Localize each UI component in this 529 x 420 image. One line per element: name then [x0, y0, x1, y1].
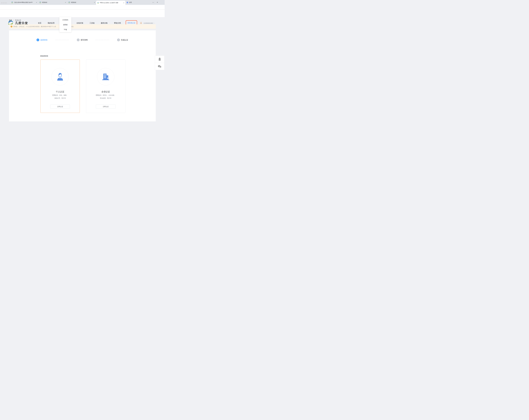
- chevron-down-icon: ▼: [154, 23, 155, 24]
- close-icon[interactable]: ×: [123, 2, 125, 4]
- tab-title: 苹果ios企业签名-企业账号-免费: [100, 2, 123, 4]
- site-favicon: [39, 1, 41, 3]
- window-zoom-button[interactable]: [5, 2, 7, 3]
- notification-bell-icon[interactable]: [140, 22, 142, 24]
- browser-window: 几度分发WAP网站封装打包APP × 智慧植保 × 智慧植保 × 苹果ios企业…: [0, 0, 165, 122]
- tab-title: 设置: [129, 1, 152, 3]
- enterprise-verification-card[interactable]: 企业认证 需要提供：联系人、企业名称、 营业执照、照片等 立即认证: [86, 60, 125, 113]
- verification-panel: [9, 30, 156, 122]
- tab-separator: [155, 1, 155, 3]
- dropdown-item-tf-sign[interactable]: TF签: [59, 27, 71, 32]
- tab-title: 几度分发WAP网站封装打包APP: [14, 1, 35, 3]
- step-fill-info: 2 填写资料: [77, 39, 88, 41]
- nav-item-online-packaging[interactable]: 在线封装: [77, 22, 83, 24]
- nav-item-help-docs[interactable]: 帮助文档: [114, 22, 121, 24]
- dropdown-item-enterprise-sign[interactable]: 企业签名: [59, 17, 71, 22]
- step-number-badge: 2: [77, 39, 79, 41]
- window-minimize-button[interactable]: [3, 2, 5, 3]
- person-icon-circle: [52, 68, 69, 85]
- step-label: 选择身份: [40, 39, 48, 41]
- choose-identity-label: 请选择身份: [40, 55, 48, 57]
- step-number-badge: 1: [37, 39, 39, 41]
- dropdown-item-super-sign[interactable]: 超级签: [59, 22, 71, 27]
- card-description: 需要提供：姓名、邮箱、 身份证号、照片等: [40, 94, 80, 100]
- close-icon[interactable]: ×: [65, 2, 66, 3]
- step-complete: 3 完成认证: [117, 39, 128, 41]
- card-title: 个人认证: [40, 90, 80, 93]
- nav-item-toolbox[interactable]: 工具箱: [90, 22, 94, 24]
- wechat-icon: [158, 64, 162, 69]
- card-desc-line1: 需要提供：联系人、企业名称、: [86, 94, 125, 97]
- breadcrumb-home-link[interactable]: 首页: [9, 19, 12, 21]
- tab-zhihui-zhibao-2[interactable]: 智慧植保 ×: [67, 0, 96, 5]
- wechat-contact-button[interactable]: [155, 63, 164, 70]
- gear-icon: [127, 1, 128, 3]
- close-icon[interactable]: ×: [36, 2, 37, 3]
- qq-contact-button[interactable]: [155, 55, 164, 63]
- step-choose-identity: 1 选择身份: [37, 39, 48, 41]
- building-icon-circle: [97, 68, 114, 85]
- tab-zhihui-zhibao-1[interactable]: 智慧植保 ×: [38, 0, 67, 5]
- tab-active-apple-ios-sign[interactable]: 苹果ios企业签名-企业账号-免费 ×: [96, 1, 125, 5]
- personal-verification-card[interactable]: 个人认证 需要提供：姓名、邮箱、 身份证号、照片等 立即认证: [40, 60, 80, 113]
- notice-text: 请知悉：公司认证、个人认证没有任何区别，建议根据APP属于个人或: [13, 24, 56, 29]
- notice-alert: ! 请知悉：公司认证、个人认证没有任何区别，建议根据APP属于个人或 信息。: [9, 24, 156, 29]
- card-title: 企业认证: [86, 90, 125, 93]
- verify-now-button-enterprise[interactable]: 立即认证: [96, 105, 116, 108]
- site-favicon: [97, 2, 99, 4]
- step-number-badge: 3: [117, 39, 120, 41]
- nav-item-home[interactable]: 首页: [38, 22, 41, 24]
- breadcrumb: 首页 / 实名认证: [9, 19, 21, 21]
- browser-toolbar: jidufenfa.com/index/user/user_zheng.html…: [0, 5, 165, 10]
- steps-indicator: 1 选择身份 2 填写资料 3 完成认证: [0, 39, 165, 41]
- card-desc-line2: 营业执照、照片等: [86, 97, 125, 100]
- step-connector-dots: [55, 40, 69, 40]
- qq-icon: [158, 57, 161, 61]
- tab-title: 智慧植保: [42, 1, 64, 3]
- nav-item-my-apps[interactable]: 我的应用: [48, 22, 54, 24]
- site-favicon: [68, 1, 70, 3]
- breadcrumb-separator: /: [13, 19, 14, 21]
- warning-exclamation-icon: !: [11, 26, 12, 27]
- signature-services-dropdown: 企业签名 超级签 TF签: [59, 17, 71, 32]
- close-icon[interactable]: ×: [94, 2, 95, 3]
- verify-now-button-personal[interactable]: 立即认证: [50, 105, 70, 108]
- phone-number: 13298381902: [144, 22, 153, 24]
- window-close-button[interactable]: [1, 2, 2, 3]
- step-label: 完成认证: [121, 39, 128, 41]
- tab-jidufenfa-wap[interactable]: 几度分发WAP网站封装打包APP ×: [10, 0, 38, 5]
- account-phone-dropdown[interactable]: 13298381902▼: [144, 22, 155, 24]
- card-description: 需要提供：联系人、企业名称、 营业执照、照片等: [86, 94, 125, 100]
- site-favicon: [11, 1, 13, 3]
- person-icon: [55, 72, 65, 81]
- tab-settings[interactable]: 设置 ×: [125, 0, 155, 5]
- breadcrumb-current: 实名认证: [15, 19, 21, 21]
- step-label: 填写资料: [81, 39, 88, 41]
- step-connector-dots: [95, 40, 109, 40]
- contact-float-panel: [155, 55, 164, 70]
- card-desc-line1: 需要提供：姓名、邮箱、: [40, 94, 80, 97]
- nav-item-pricing[interactable]: 服务价格: [101, 22, 108, 24]
- tab-title: 智慧植保: [71, 1, 93, 3]
- card-desc-line2: 身份证号、照片等: [40, 97, 80, 100]
- site-header: 几度分发 首页 我的应用 签名服务▼ 在线封装 工具箱 服务价格 帮助文档 未实…: [0, 10, 165, 17]
- building-icon: [101, 72, 110, 81]
- tab-strip: 几度分发WAP网站封装打包APP × 智慧植保 × 智慧植保 × 苹果ios企业…: [0, 0, 165, 5]
- close-icon[interactable]: ×: [152, 2, 154, 3]
- new-tab-button[interactable]: +: [156, 1, 159, 4]
